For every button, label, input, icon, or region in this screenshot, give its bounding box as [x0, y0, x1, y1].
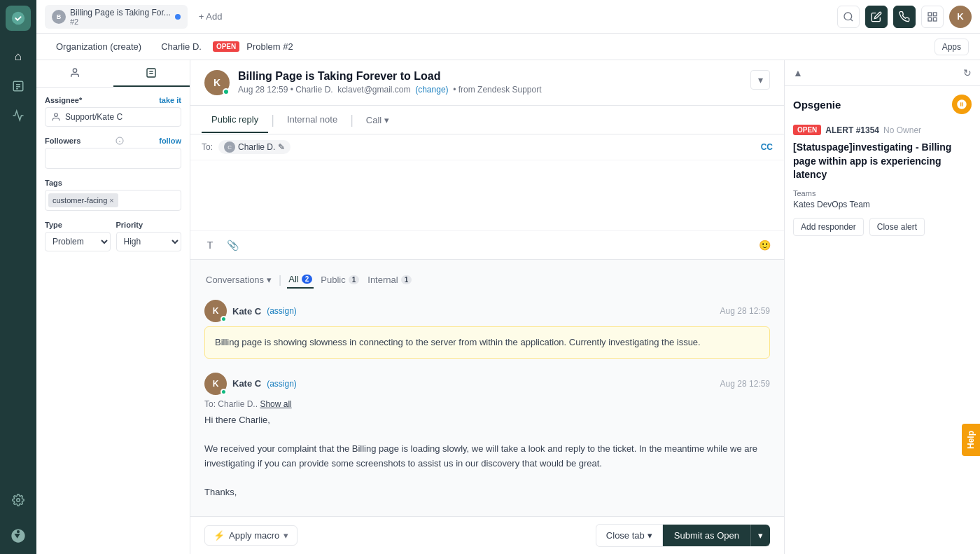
apply-macro-button[interactable]: ⚡ Apply macro ▾: [204, 525, 298, 546]
tab-person[interactable]: [36, 60, 113, 87]
add-responder-button[interactable]: Add responder: [793, 218, 864, 236]
recipient-chip[interactable]: C Charlie D. ✎: [218, 140, 290, 154]
emoji-icon[interactable]: 🙂: [756, 237, 773, 254]
tab-conversations[interactable]: Conversations ▾: [204, 272, 273, 288]
recipient-avatar: C: [224, 141, 235, 153]
online-dot: [223, 88, 230, 95]
msg2-author: Kate C: [232, 378, 261, 389]
right-panel: ▲ ↻ Opsgenie OPEN ALERT #1354 No Owner: [784, 60, 980, 554]
msg1-online-dot: [220, 316, 227, 322]
user-avatar[interactable]: K: [949, 6, 972, 28]
tags-container[interactable]: customer-facing ×: [45, 190, 181, 211]
collapse-icon[interactable]: ▲: [793, 67, 803, 78]
breadcrumb-org[interactable]: Organization (create): [48, 37, 150, 56]
text-format-icon[interactable]: T: [202, 237, 218, 254]
opsgenie-section: Opsgenie OPEN ALERT #1354 No Owner [Stat…: [785, 86, 980, 244]
ticket-tab-title: Billing Page is Taking For...: [70, 8, 171, 18]
tab-internal[interactable]: Internal 1: [366, 272, 413, 288]
svg-point-16: [55, 113, 58, 117]
zendesk-logo: [6, 523, 31, 548]
msg2-body: Hi there Charlie, We received your compl…: [204, 413, 770, 501]
sidebar-item-home[interactable]: ⌂: [6, 44, 31, 69]
opsgenie-header: Opsgenie: [793, 95, 972, 114]
no-owner: No Owner: [883, 125, 921, 135]
msg1-assign-link[interactable]: (assign): [267, 306, 297, 316]
show-all-link[interactable]: Show all: [260, 399, 291, 409]
grid-icon[interactable]: [921, 6, 944, 28]
tag-remove-icon[interactable]: ×: [109, 196, 113, 205]
follow-link[interactable]: follow: [159, 137, 181, 145]
refresh-icon[interactable]: ↻: [963, 67, 972, 78]
content-row: Assignee* take it Support/Kate C Followe…: [36, 60, 980, 554]
phone-icon[interactable]: [893, 6, 916, 28]
search-icon[interactable]: [837, 6, 860, 28]
apps-button[interactable]: Apps: [934, 39, 969, 55]
svg-point-5: [17, 499, 20, 502]
message-item-1: K Kate C (assign) Aug 28 12:59 Billing p…: [204, 300, 770, 359]
ticket-tab[interactable]: B Billing Page is Taking For... #2: [45, 5, 188, 29]
ticket-title: Billing Page is Taking Forever to Load: [238, 70, 542, 83]
alert-actions: Add responder Close alert: [793, 218, 972, 236]
tab-call[interactable]: Call ▾: [356, 108, 399, 132]
assignee-row[interactable]: Support/Kate C: [45, 107, 181, 127]
help-button[interactable]: Help: [962, 424, 980, 456]
add-button[interactable]: + Add: [193, 8, 228, 25]
reply-editor[interactable]: [190, 160, 784, 230]
msg1-author: Kate C: [232, 306, 261, 317]
edit-recipient-icon[interactable]: ✎: [278, 142, 285, 152]
ticket-main: K Billing Page is Taking Forever to Load…: [190, 60, 784, 554]
opsgenie-title: Opsgenie: [793, 99, 841, 111]
compose-icon[interactable]: [865, 6, 888, 28]
conv-chevron-icon: ▾: [267, 275, 272, 285]
sidebar-logo[interactable]: [6, 6, 31, 31]
submit-button[interactable]: Submit as Open: [663, 525, 750, 546]
msg2-to: To: Charlie D.. Show all: [204, 399, 770, 409]
top-bar: B Billing Page is Taking For... #2 + Add: [36, 0, 980, 34]
assignee-value: Support/Kate C: [65, 112, 122, 122]
attachment-icon[interactable]: 📎: [224, 237, 241, 254]
followers-label: Followers: [45, 137, 80, 145]
sidebar-item-reports[interactable]: [6, 103, 31, 128]
breadcrumb-problem[interactable]: Problem #2: [246, 37, 301, 56]
tab-public[interactable]: Public 1: [319, 272, 360, 288]
message-item-2: K Kate C (assign) Aug 28 12:59 To: Charl…: [204, 373, 770, 501]
msg1-time: Aug 28 12:59: [720, 306, 770, 316]
tab-public-reply[interactable]: Public reply: [202, 107, 268, 133]
svg-rect-9: [933, 13, 937, 16]
msg2-online-dot: [220, 389, 227, 395]
left-panel: Assignee* take it Support/Kate C Followe…: [36, 60, 190, 554]
change-link[interactable]: (change): [415, 85, 448, 95]
submit-dropdown-button[interactable]: ▾: [750, 525, 770, 546]
assignee-section: Assignee* take it Support/Kate C: [45, 96, 181, 127]
take-it-link[interactable]: take it: [159, 96, 181, 104]
close-alert-button[interactable]: Close alert: [869, 218, 925, 236]
reply-toolbar: T 📎 🙂: [190, 230, 784, 259]
priority-select[interactable]: Low Normal High Urgent: [116, 232, 182, 251]
breadcrumb-contact[interactable]: Charlie D.: [153, 37, 210, 56]
sidebar-item-tickets[interactable]: [6, 74, 31, 99]
right-panel-controls: ▲ ↻: [785, 60, 980, 86]
svg-point-6: [844, 13, 852, 20]
msg2-assign-link[interactable]: (assign): [267, 379, 297, 389]
tab-all[interactable]: All 2: [287, 271, 314, 289]
ticket-header: K Billing Page is Taking Forever to Load…: [190, 60, 784, 106]
type-select[interactable]: Problem Incident Question Task: [45, 232, 111, 251]
alert-title: [Statuspage]investigating - Billing page…: [793, 141, 972, 182]
ticket-tab-avatar: B: [52, 10, 66, 24]
alert-num: ALERT #1354: [825, 125, 879, 135]
tab-internal-note[interactable]: Internal note: [277, 107, 347, 133]
public-count-badge: 1: [349, 275, 360, 284]
ticket-dropdown-btn[interactable]: ▾: [750, 70, 770, 90]
sidebar: ⌂: [0, 0, 36, 554]
tab-tickets-panel[interactable]: [113, 60, 190, 87]
priority-label: Priority: [116, 221, 144, 229]
sidebar-item-settings[interactable]: [6, 487, 31, 513]
followers-input[interactable]: [45, 148, 181, 169]
close-tab-button[interactable]: Close tab ▾: [596, 524, 663, 547]
type-priority-row: Type Problem Incident Question Task Prio…: [45, 221, 181, 251]
cc-button[interactable]: CC: [761, 142, 773, 152]
to-label: To:: [202, 142, 213, 152]
reply-tabs: Public reply | Internal note | Call ▾: [190, 106, 784, 134]
assignee-label: Assignee*: [45, 96, 82, 104]
ticket-tab-id: #2: [70, 18, 171, 26]
